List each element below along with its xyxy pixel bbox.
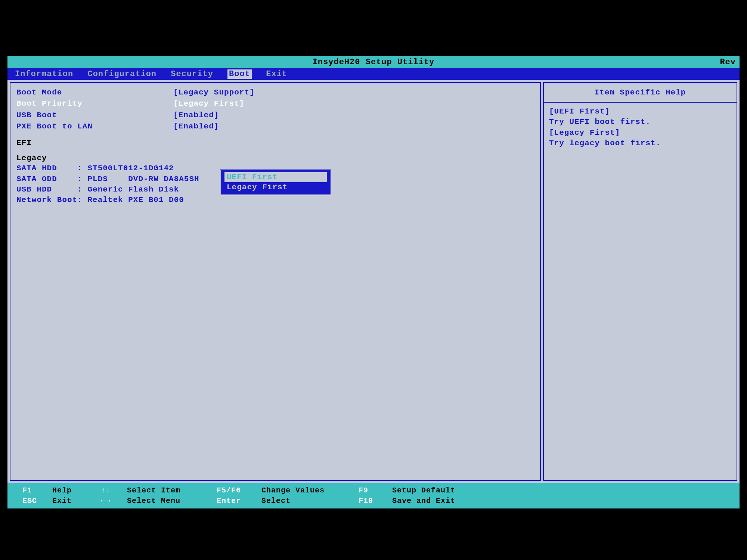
menu-bar[interactable]: Information Configuration Security Boot … [7,68,740,80]
help-line: Try UEFI boot first. [549,117,731,127]
menu-security[interactable]: Security [171,69,213,79]
label-exit: Exit [52,496,101,506]
title-bar: InsydeH20 Setup Utility Rev [7,56,740,68]
label-select-menu: Select Menu [127,496,217,506]
help-line: [Legacy First] [549,128,731,138]
key-esc: ESC [22,496,37,506]
help-line: Try legacy boot first. [549,138,731,149]
boot-priority-popup[interactable]: UEFI First Legacy First [220,169,332,196]
device-network-boot[interactable]: Network Boot: Realtek PXE B01 D00 [16,195,534,205]
key-f1: F1 [22,485,32,496]
key-f10: F10 [359,496,373,506]
label-change-values: Change Values [261,485,359,496]
setting-usb-boot[interactable]: USB Boot [Enabled] [16,110,534,121]
section-efi: EFI [16,139,534,147]
label-setup-default: Setup Default [392,485,725,496]
body-area: Boot Mode [Legacy Support] Boot Priority… [7,80,740,483]
setting-value: [Enabled] [173,110,219,121]
footer-row-1: F1 Help ↑↓ Select Item F5/F6 Change Valu… [22,485,725,496]
setting-boot-priority[interactable]: Boot Priority [Legacy First] [16,99,534,109]
help-title: Item Specific Help [543,82,737,102]
setting-value: [Legacy Support] [173,87,255,98]
setting-label: Boot Mode [16,87,173,98]
menu-information[interactable]: Information [15,69,73,79]
label-select: Select [261,496,359,506]
section-legacy: Legacy [16,154,534,162]
label-help: Help [52,485,101,496]
setting-label: Boot Priority [16,99,173,109]
setting-boot-mode[interactable]: Boot Mode [Legacy Support] [16,87,534,98]
setting-pxe-boot[interactable]: PXE Boot to LAN [Enabled] [16,121,534,132]
key-f9: F9 [359,485,368,496]
label-select-item: Select Item [127,485,217,496]
utility-title: InsydeH20 Setup Utility [313,57,435,67]
bios-screen: InsydeH20 Setup Utility Rev Information … [7,56,740,504]
menu-configuration[interactable]: Configuration [87,69,156,79]
setting-label: USB Boot [16,110,173,121]
menu-exit[interactable]: Exit [266,69,287,79]
menu-boot[interactable]: Boot [227,69,252,79]
key-updown: ↑↓ [101,485,111,496]
key-enter: Enter [217,496,241,506]
help-panel: Item Specific Help [UEFI First] Try UEFI… [543,82,737,481]
footer-row-2: ESC Exit ←→ Select Menu Enter Select F10… [22,496,725,506]
popup-option-legacy-first[interactable]: Legacy First [224,182,327,192]
main-panel: Boot Mode [Legacy Support] Boot Priority… [10,82,541,481]
key-leftright: ←→ [101,496,111,506]
setting-value: [Enabled] [173,121,219,132]
setting-value: [Legacy First] [173,99,244,109]
setting-label: PXE Boot to LAN [16,121,173,132]
help-body: [UEFI First] Try UEFI boot first. [Legac… [543,102,737,481]
label-save-exit: Save and Exit [392,496,725,506]
popup-option-uefi-first[interactable]: UEFI First [224,172,327,182]
help-line: [UEFI First] [549,106,731,117]
footer-bar: F1 Help ↑↓ Select Item F5/F6 Change Valu… [7,483,740,508]
key-f5f6: F5/F6 [217,485,241,496]
revision-label: Rev [720,57,736,67]
